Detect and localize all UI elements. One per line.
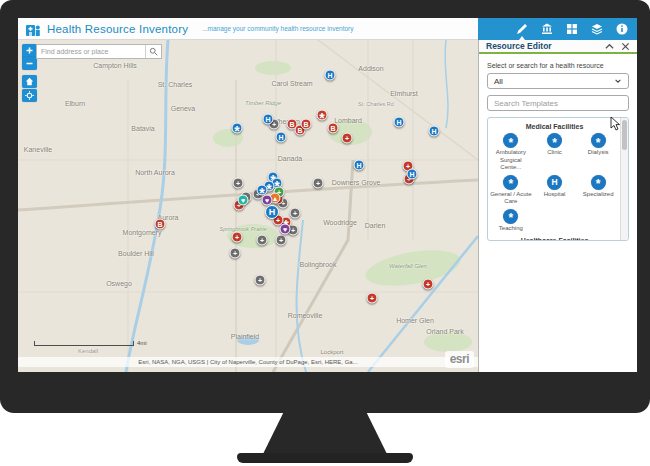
map-marker-t[interactable]: ♥	[238, 195, 249, 206]
map-marker-b[interactable]: *	[232, 123, 243, 134]
template-grid: *Ambulatory Surgical Cente...*Clinic*Dia…	[490, 133, 619, 232]
template-item-icon: *	[503, 209, 518, 224]
map-marker-r[interactable]: +	[342, 133, 353, 144]
app-logo-icon	[25, 21, 41, 37]
map-marker-r[interactable]: +	[232, 232, 243, 243]
panel-title: Resource Editor	[486, 41, 598, 51]
chevron-down-icon	[614, 77, 622, 85]
template-search-input[interactable]	[487, 95, 629, 111]
map-marker-h[interactable]: H	[429, 126, 440, 137]
template-section-title: Medical Facilities	[490, 123, 619, 130]
app-header: Health Resource Inventory ...manage your…	[18, 18, 637, 40]
map-marker-h[interactable]: H	[394, 117, 405, 128]
map-marker-h[interactable]: H	[407, 169, 418, 180]
basemap	[18, 40, 478, 372]
basemap-widget-icon[interactable]	[591, 23, 603, 35]
template-item-specialized[interactable]: *Specialized	[577, 175, 619, 206]
template-item-label: General / Acute Care	[490, 191, 532, 206]
edit-widget-icon[interactable]	[516, 23, 528, 35]
map-marker-r[interactable]: +	[423, 279, 434, 290]
legend-widget-icon[interactable]	[541, 23, 553, 35]
template-item-general-acute-care[interactable]: *General / Acute Care	[490, 175, 532, 206]
panel-prompt: Select or search for a health resource	[487, 62, 629, 69]
map-marker-h[interactable]: H	[354, 160, 365, 171]
header-toolbar	[478, 18, 637, 40]
template-item-icon: *	[503, 175, 518, 190]
map-marker-g[interactable]: +	[230, 248, 241, 259]
esri-logo: esri	[445, 351, 474, 368]
template-item-icon: *	[591, 175, 606, 190]
map-marker-g[interactable]: +	[233, 178, 244, 189]
collapse-icon[interactable]	[605, 42, 614, 51]
template-item-dialysis[interactable]: *Dialysis	[577, 133, 619, 172]
monitor-mockup: Health Resource Inventory ...manage your…	[0, 0, 650, 466]
map-marker-g[interactable]: +	[313, 178, 324, 189]
map-marker-r[interactable]: B	[328, 123, 339, 134]
scalebar: 4mi	[34, 340, 147, 346]
info-widget-icon[interactable]	[616, 23, 628, 35]
template-item-icon: *	[591, 133, 606, 148]
template-item-label: Teaching	[490, 225, 532, 233]
template-item-hospital[interactable]: HHospital	[534, 175, 576, 206]
map-marker-g[interactable]: +	[276, 235, 287, 246]
map-marker-r[interactable]: *	[317, 110, 328, 121]
template-item-label: Clinic	[534, 149, 576, 157]
panel-titlebar: Resource Editor	[479, 40, 637, 54]
scalebar-label: 4mi	[137, 340, 147, 346]
locate-button[interactable]	[22, 89, 37, 102]
template-list: Medical Facilities*Ambulatory Surgical C…	[487, 117, 629, 241]
template-item-label: Specialized	[577, 191, 619, 199]
map-marker-r[interactable]: +	[367, 293, 378, 304]
template-item-icon: H	[547, 175, 562, 190]
app-subtitle: ...manage your community health resource…	[202, 25, 353, 32]
map-marker-h[interactable]: H	[265, 205, 279, 219]
map-marker-g[interactable]: +	[290, 208, 301, 219]
template-item-label: Ambulatory Surgical Cente...	[490, 149, 532, 172]
map-marker-g[interactable]: +	[255, 275, 266, 286]
map-marker-h[interactable]: H	[276, 132, 287, 143]
app-title: Health Resource Inventory	[47, 23, 188, 35]
template-item-label: Dialysis	[577, 149, 619, 157]
app-window: Health Resource Inventory ...manage your…	[18, 18, 637, 372]
template-item-teaching[interactable]: *Teaching	[490, 209, 532, 233]
map-marker-p[interactable]: ♥	[262, 195, 273, 206]
template-item-icon: *	[547, 133, 562, 148]
map-attribution: Esri, NASA, NGA, USGS | City of Napervil…	[18, 357, 478, 367]
zoom-out-button[interactable]	[22, 57, 37, 70]
scrollbar-track[interactable]	[620, 118, 628, 240]
template-item-clinic[interactable]: *Clinic	[534, 133, 576, 172]
resource-filter-select[interactable]: All	[487, 73, 629, 89]
map-marker-h[interactable]: H	[325, 70, 336, 81]
search-input[interactable]	[37, 48, 145, 55]
scrollbar-thumb[interactable]	[622, 120, 627, 150]
resource-filter-value: All	[494, 77, 614, 86]
map-controls	[22, 44, 37, 103]
map-marker-r[interactable]: B	[155, 219, 166, 230]
panel-body: Select or search for a health resource A…	[479, 54, 637, 246]
monitor-stand	[262, 410, 388, 456]
template-section-title: Healthcare Facilities	[490, 237, 619, 241]
template-item-icon: *	[503, 133, 518, 148]
search-icon[interactable]	[145, 45, 161, 58]
template-item-ambulatory-surgical-cente[interactable]: *Ambulatory Surgical Cente...	[490, 133, 532, 172]
map-marker-h[interactable]: H	[263, 114, 274, 125]
close-icon[interactable]	[621, 42, 630, 51]
zoom-in-button[interactable]	[22, 44, 37, 57]
home-button[interactable]	[22, 75, 37, 88]
scalebar-line	[34, 341, 134, 346]
map-canvas[interactable]: Campton HillsSt. CharlesGenevaCarol Stre…	[18, 40, 478, 372]
map-marker-g[interactable]: +	[257, 235, 268, 246]
apps-widget-icon[interactable]	[566, 23, 578, 35]
map-marker-r[interactable]: B	[301, 119, 312, 130]
monitor-stand-base	[237, 453, 413, 463]
resource-editor-panel: Resource Editor Select or search for a h…	[478, 40, 637, 372]
map-marker-p[interactable]: ♥	[280, 224, 291, 235]
template-item-label: Hospital	[534, 191, 576, 199]
address-search-box	[36, 44, 162, 59]
